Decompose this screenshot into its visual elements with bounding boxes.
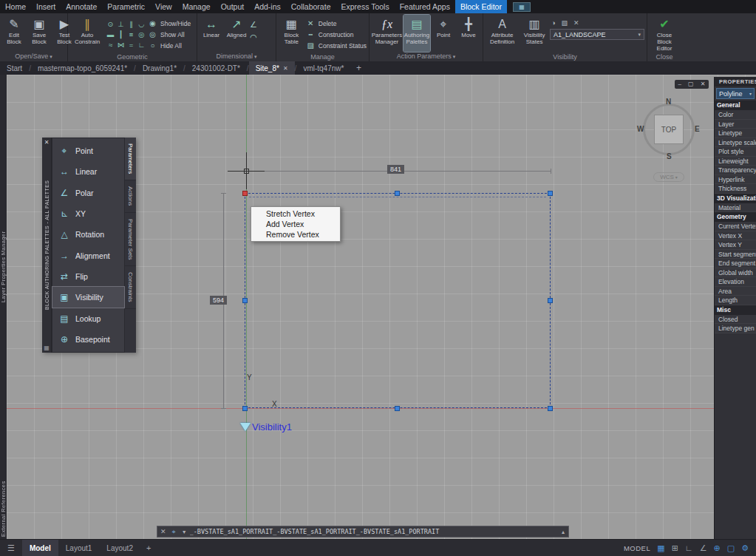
collinear-constraint-icon[interactable]: ≡ — [126, 30, 136, 39]
width-parameter-value[interactable]: 841 — [387, 165, 404, 174]
point-parameter-button[interactable]: ⌖ Point — [432, 15, 455, 52]
parameters-manager-button[interactable]: ƒx Parameters Manager — [372, 15, 402, 52]
command-pick-icon[interactable]: ⌖ — [169, 528, 179, 536]
attribute-definition-button[interactable]: A Attribute Definition — [486, 15, 519, 52]
external-references-tab[interactable]: External References — [0, 455, 7, 537]
fullscreen-icon[interactable]: ▢ — [727, 543, 735, 553]
construction-button[interactable]: ┅ Construction — [306, 30, 367, 39]
palette-item-visibility[interactable]: ▣ Visibility — [52, 287, 124, 308]
palette-tab-constraints[interactable]: Constraints — [125, 266, 136, 308]
customization-gear-icon[interactable]: ⚙ — [741, 543, 749, 553]
palette-item-flip[interactable]: ⇄ Flip — [52, 266, 124, 287]
palette-tab-parameters[interactable]: Parameters — [125, 138, 136, 180]
property-row-vertex-y[interactable]: Vertex Y — [715, 240, 756, 250]
snap-toggle-icon[interactable]: ⊞ — [672, 543, 678, 553]
grip-mid-left[interactable] — [242, 298, 248, 303]
viewcube-top-face[interactable]: TOP — [654, 115, 684, 144]
property-row-vertex-x[interactable]: Vertex X — [715, 231, 756, 241]
constraint-status-button[interactable]: ▨ Constraint Status — [306, 41, 367, 50]
property-row-area[interactable]: Area — [715, 287, 756, 296]
property-row-current-vertex[interactable]: Current Vertex — [715, 222, 756, 231]
wcs-menu-button[interactable]: WCS ▾ — [653, 172, 684, 182]
concentric-constraint-icon[interactable]: ◎ — [137, 30, 146, 39]
tangent-constraint-icon[interactable]: ◡ — [137, 19, 146, 29]
menu-tab-addins[interactable]: Add-ins — [249, 0, 286, 13]
property-row-elevation[interactable]: Elevation — [715, 277, 756, 287]
close-block-editor-button[interactable]: ✔ Close Block Editor — [650, 15, 679, 52]
visibility-delete-state-icon[interactable]: ✕ — [573, 19, 579, 27]
hamburger-icon[interactable]: ☰ — [0, 543, 22, 553]
recent-commands-icon[interactable]: ▼ — [179, 529, 190, 535]
property-row-linetype-gen[interactable]: Linetype gen — [715, 324, 756, 333]
file-tab-drawing1[interactable]: Drawing1* — [136, 61, 183, 75]
command-history-expand-icon[interactable]: ▴ — [558, 529, 568, 535]
command-close-icon[interactable]: ✕ — [157, 528, 169, 535]
property-row-plot-style[interactable]: Plot style — [715, 147, 756, 157]
ortho-toggle-icon[interactable]: ∟ — [685, 543, 693, 552]
height-parameter-value[interactable]: 594 — [210, 296, 227, 305]
object-snap-icon[interactable]: ⊕ — [714, 543, 721, 553]
delete-button[interactable]: ✕ Delete — [306, 18, 367, 28]
new-layout-button[interactable]: + — [140, 543, 157, 552]
layout-tab-layout2[interactable]: Layout2 — [99, 540, 140, 556]
perpendicular-constraint-icon[interactable]: ⊥ — [116, 19, 126, 29]
palette-item-rotation[interactable]: △ Rotation — [52, 224, 124, 245]
menu-tab-block-editor[interactable]: Block Editor — [455, 0, 507, 13]
palette-properties-icon[interactable]: ▦ — [44, 345, 50, 351]
layout-tab-model[interactable]: Model — [22, 540, 58, 556]
coincident-constraint-icon[interactable]: ⊙ — [106, 19, 115, 29]
property-row-hyperlink[interactable]: Hyperlink — [715, 175, 756, 185]
equal-constraint-icon[interactable]: = — [126, 40, 136, 50]
menu-tab-annotate[interactable]: Annotate — [61, 0, 102, 13]
smooth-constraint-icon[interactable]: ≈ — [106, 40, 115, 50]
edit-block-button[interactable]: ✎ Edit Block — [2, 15, 26, 52]
vertical-constraint-icon[interactable]: ┃ — [116, 30, 126, 39]
menu-tab-view[interactable]: View — [150, 0, 177, 13]
command-input[interactable]: _-BVSTATE_sA1_PORTRAIT_-BVSTATE_sA1_PORT… — [190, 528, 558, 535]
context-menu-add-vertex[interactable]: Add Vertex — [251, 219, 340, 229]
palette-tab-actions[interactable]: Actions — [125, 180, 136, 212]
ribbon-display-icon[interactable]: ▦ — [513, 2, 531, 12]
palette-item-basepoint[interactable]: ⊕ Basepoint — [52, 329, 124, 350]
layout-tab-layout1[interactable]: Layout1 — [58, 540, 100, 556]
minimize-icon[interactable]: – — [678, 80, 681, 89]
grip-bottom-left[interactable] — [242, 406, 248, 411]
panel-label-manage[interactable]: Manage — [276, 52, 369, 61]
properties-section-3d-visualization[interactable]: 3D Visualization — [715, 194, 756, 203]
panel-label-open-save[interactable]: Open/Save — [0, 52, 67, 61]
panel-label-action-parameters[interactable]: Action Parameters — [370, 52, 483, 61]
file-tab-vml[interactable]: vml-tq47nw* — [296, 61, 350, 75]
properties-section-misc[interactable]: Misc — [715, 305, 756, 315]
menu-tab-collaborate[interactable]: Collaborate — [286, 0, 336, 13]
property-row-length[interactable]: Length — [715, 296, 756, 305]
viewcube-south[interactable]: S — [667, 152, 672, 160]
menu-tab-home[interactable]: Home — [0, 0, 31, 13]
file-tab-24301002[interactable]: 24301002-DT* — [185, 61, 247, 75]
restore-icon[interactable]: ▢ — [688, 80, 694, 89]
file-tab-site8-active[interactable]: Site_8* ✕ — [249, 61, 295, 75]
palette-title-bar[interactable]: ✕ BLOCK AUTHORING PALETTES - ALL PALETTE… — [42, 138, 52, 353]
grid-toggle-icon[interactable]: ▦ — [657, 543, 664, 553]
angular-dimension-icon[interactable]: ∠ — [250, 20, 257, 30]
grip-mid-right[interactable] — [548, 298, 553, 303]
layer-properties-manager-tab[interactable]: Layer Properties Manager — [0, 191, 7, 302]
visibility-parameter-icon[interactable] — [240, 423, 251, 431]
move-action-button[interactable]: ╋ Move — [457, 15, 480, 52]
horizontal-constraint-icon[interactable]: ▬ — [106, 30, 115, 39]
show-hide-button[interactable]: ◉ Show/Hide — [148, 18, 191, 28]
polar-tracking-icon[interactable]: ∠ — [700, 543, 707, 553]
visibility-states-button[interactable]: ▥ Visibility States — [520, 15, 548, 52]
property-row-material[interactable]: Material — [715, 203, 756, 213]
palette-item-xy[interactable]: ⊾ XY — [52, 203, 124, 224]
property-row-transparency[interactable]: Transparency — [715, 166, 756, 175]
menu-tab-insert[interactable]: Insert — [31, 0, 61, 13]
visibility-mode-icon[interactable]: ◑ — [551, 19, 555, 27]
palette-close-icon[interactable]: ✕ — [44, 139, 50, 146]
property-row-color[interactable]: Color — [715, 110, 756, 120]
menu-tab-manage[interactable]: Manage — [177, 0, 216, 13]
panel-label-close[interactable]: Close — [647, 52, 681, 61]
visibility-state-select[interactable]: A1_LANDSCAPE ▾ — [550, 29, 644, 40]
grip-bottom-right[interactable] — [548, 406, 553, 411]
aligned-dimension-button[interactable]: ↗ Aligned — [225, 15, 248, 52]
file-tab-mastermap[interactable]: mastermap-topo_6059241* — [31, 61, 134, 75]
